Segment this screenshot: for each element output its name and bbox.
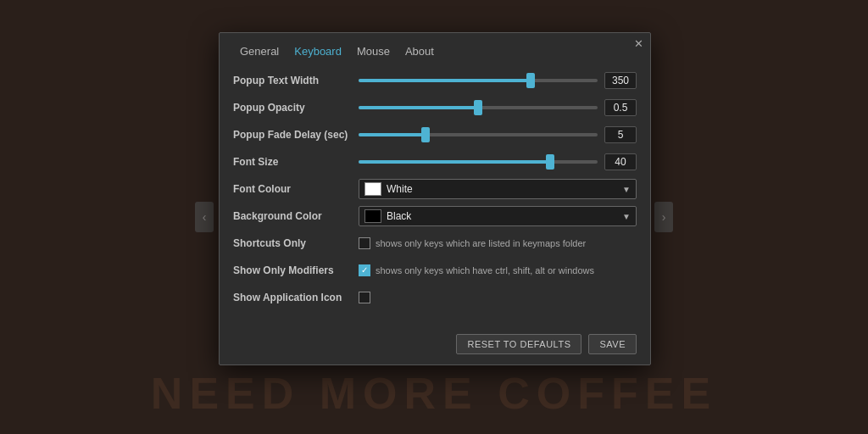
font-colour-row: Font Colour White ▼: [233, 178, 637, 200]
popup-text-width-value[interactable]: 350: [604, 72, 637, 89]
background-color-select[interactable]: Black ▼: [359, 206, 637, 226]
dialog-footer: RESET TO DEFAULTS SAVE: [220, 327, 650, 364]
popup-opacity-thumb[interactable]: [474, 100, 482, 115]
settings-dialog: ✕ General Keyboard Mouse About Popup Tex…: [219, 32, 651, 365]
shortcuts-only-checkbox[interactable]: [359, 237, 370, 249]
save-button[interactable]: SAVE: [588, 334, 637, 354]
font-size-fill: [359, 160, 550, 164]
show-only-modifiers-label: Show Only Modifiers: [233, 264, 359, 276]
dialog-content: Popup Text Width 350 Popup Opacity 0.5: [220, 61, 650, 324]
tab-bar: General Keyboard Mouse About: [220, 33, 650, 61]
font-size-value[interactable]: 40: [604, 153, 637, 170]
background-color-row: Background Color Black ▼: [233, 205, 637, 227]
font-colour-select-container: White ▼: [359, 179, 637, 199]
font-colour-dropdown-arrow: ▼: [622, 185, 631, 194]
shortcuts-only-checkbox-row: shows only keys which are listed in keym…: [359, 237, 637, 249]
background-color-swatch: [364, 209, 381, 223]
popup-text-width-label: Popup Text Width: [233, 75, 359, 86]
popup-fade-delay-track[interactable]: [359, 133, 598, 136]
font-colour-value: White: [387, 183, 413, 195]
background-text: NEED MORE COFFEE: [0, 368, 868, 419]
popup-text-width-track[interactable]: [359, 79, 598, 82]
reset-to-defaults-button[interactable]: RESET TO DEFAULTS: [456, 334, 581, 354]
show-only-modifiers-row: Show Only Modifiers shows only keys whic…: [233, 259, 637, 281]
popup-fade-delay-row: Popup Fade Delay (sec) 5: [233, 124, 637, 146]
font-size-slider-container: 40: [359, 153, 637, 170]
popup-fade-delay-slider-container: 5: [359, 126, 637, 143]
font-colour-label: Font Colour: [233, 183, 359, 195]
left-arrow-icon[interactable]: ‹: [195, 202, 214, 232]
popup-text-width-thumb[interactable]: [526, 73, 535, 88]
font-size-label: Font Size: [233, 156, 359, 168]
background-color-label: Background Color: [233, 210, 359, 222]
tab-general[interactable]: General: [233, 42, 286, 61]
tab-keyboard[interactable]: Keyboard: [287, 42, 348, 61]
background-color-select-container: Black ▼: [359, 206, 637, 226]
show-only-modifiers-description: shows only keys which have ctrl, shift, …: [376, 265, 594, 275]
shortcuts-only-description: shows only keys which are listed in keym…: [376, 238, 586, 248]
popup-opacity-track[interactable]: [359, 106, 598, 109]
background-color-dropdown-arrow: ▼: [622, 212, 631, 221]
popup-opacity-row: Popup Opacity 0.5: [233, 97, 637, 119]
show-application-icon-checkbox-row: [359, 292, 637, 303]
popup-opacity-slider-container: 0.5: [359, 99, 637, 116]
popup-opacity-fill: [359, 106, 478, 109]
font-size-track[interactable]: [359, 160, 598, 164]
show-only-modifiers-checkbox-row: shows only keys which have ctrl, shift, …: [359, 264, 637, 276]
popup-fade-delay-label: Popup Fade Delay (sec): [233, 129, 359, 141]
popup-text-width-fill: [359, 79, 531, 82]
show-application-icon-row: Show Application Icon: [233, 287, 637, 309]
popup-fade-delay-fill: [359, 133, 426, 136]
popup-text-width-row: Popup Text Width 350: [233, 70, 637, 92]
font-colour-swatch: [364, 182, 381, 196]
popup-opacity-label: Popup Opacity: [233, 102, 359, 114]
font-size-thumb[interactable]: [546, 154, 554, 170]
font-size-row: Font Size 40: [233, 151, 637, 173]
popup-fade-delay-value[interactable]: 5: [604, 126, 637, 143]
popup-text-width-slider-container: 350: [359, 72, 637, 89]
background-color-value: Black: [387, 210, 411, 222]
tab-mouse[interactable]: Mouse: [350, 42, 397, 61]
popup-fade-delay-thumb[interactable]: [421, 127, 430, 142]
show-only-modifiers-checkbox[interactable]: [359, 264, 370, 276]
show-application-icon-checkbox[interactable]: [359, 292, 370, 303]
tab-about[interactable]: About: [398, 42, 441, 61]
show-application-icon-label: Show Application Icon: [233, 292, 359, 303]
shortcuts-only-label: Shortcuts Only: [233, 237, 359, 249]
right-arrow-icon[interactable]: ›: [654, 202, 673, 232]
shortcuts-only-row: Shortcuts Only shows only keys which are…: [233, 232, 637, 254]
font-colour-select[interactable]: White ▼: [359, 179, 637, 199]
popup-opacity-value[interactable]: 0.5: [604, 99, 637, 116]
